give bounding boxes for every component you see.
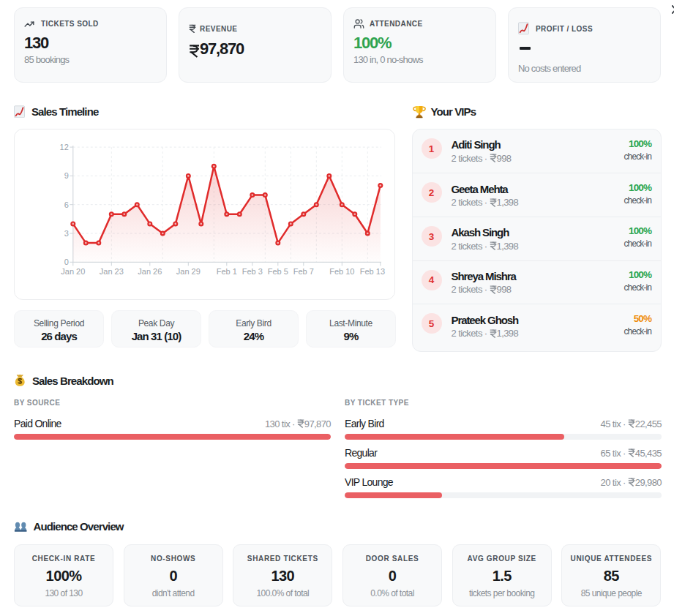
svg-text:0: 0 — [64, 258, 69, 266]
svg-text:3: 3 — [64, 229, 69, 238]
svg-text:Jan 20: Jan 20 — [61, 267, 85, 276]
svg-text:Jan 29: Jan 29 — [176, 267, 201, 276]
svg-text:9: 9 — [64, 171, 69, 180]
svg-text:Feb 13: Feb 13 — [360, 267, 385, 276]
svg-text:6: 6 — [64, 200, 69, 209]
svg-text:12: 12 — [60, 143, 69, 151]
svg-text:Feb 10: Feb 10 — [329, 267, 354, 276]
svg-text:Feb 5: Feb 5 — [268, 267, 288, 276]
svg-text:Feb 3: Feb 3 — [242, 267, 263, 276]
svg-text:Jan 26: Jan 26 — [138, 267, 162, 276]
svg-text:Feb 7: Feb 7 — [293, 267, 314, 276]
svg-text:Jan 23: Jan 23 — [100, 267, 124, 276]
svg-text:Feb 1: Feb 1 — [217, 267, 237, 276]
